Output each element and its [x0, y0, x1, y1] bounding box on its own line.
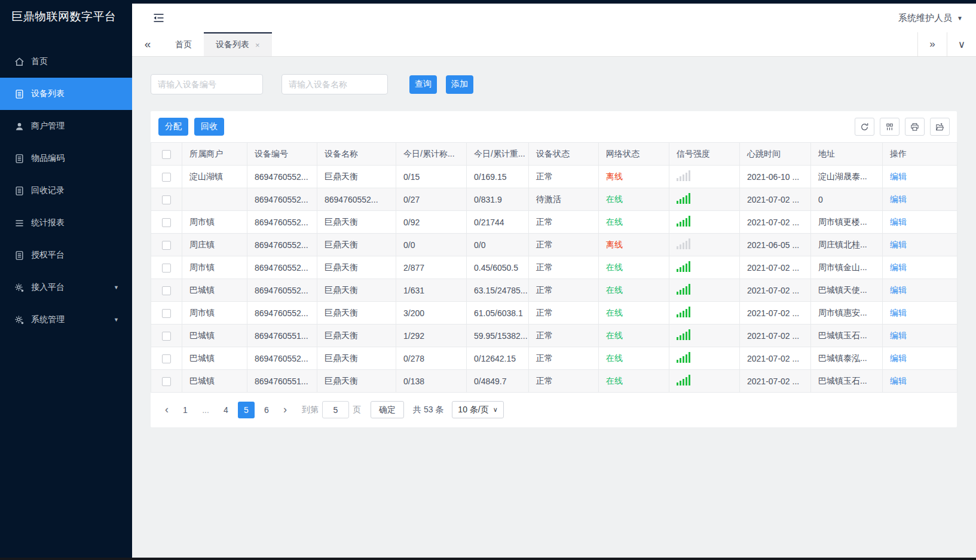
- prev-page-icon[interactable]: ‹: [158, 402, 175, 418]
- select-all-checkbox[interactable]: [162, 150, 171, 159]
- cell-device-no: 8694760551...: [247, 370, 317, 393]
- column-settings-icon[interactable]: [880, 118, 899, 136]
- cell-address: 巴城镇天使...: [811, 279, 883, 302]
- row-checkbox[interactable]: [162, 286, 171, 295]
- signal-strength-icon: [677, 352, 690, 363]
- item-code-icon: [14, 154, 25, 164]
- cell-today-weight: 0.45/6050.5: [467, 256, 529, 279]
- row-checkbox[interactable]: [162, 354, 171, 363]
- goto-confirm-button[interactable]: 确定: [371, 401, 404, 418]
- submenu-caret-icon: ▼: [114, 317, 119, 323]
- cell-device-status: 正常: [529, 211, 599, 234]
- row-checkbox[interactable]: [162, 264, 171, 273]
- cell-network-status: 在线: [599, 370, 669, 393]
- row-checkbox[interactable]: [162, 332, 171, 341]
- print-icon[interactable]: [905, 118, 925, 136]
- add-button[interactable]: 添加: [446, 75, 473, 94]
- tabs-scroll-right-icon[interactable]: »: [917, 32, 947, 56]
- column-header: 今日/累计称...: [396, 143, 467, 166]
- system-gear-icon: [14, 315, 25, 325]
- assign-button[interactable]: 分配: [158, 118, 188, 136]
- sidebar-item-授权平台[interactable]: 授权平台: [0, 239, 132, 271]
- table-row: 巴城镇 8694760551... 巨鼎天衡 0/138 0/4849.7 正常…: [151, 370, 957, 393]
- signal-strength-icon: [677, 284, 690, 295]
- edit-link[interactable]: 编辑: [890, 331, 907, 340]
- edit-link[interactable]: 编辑: [890, 217, 907, 227]
- tab-home[interactable]: 首页: [163, 32, 204, 56]
- menu-fold-icon[interactable]: [150, 10, 167, 26]
- page-content: 查询 添加 分配 回收: [132, 57, 976, 558]
- goto-page-label: 到第: [302, 405, 319, 415]
- tabs-menu-chevron-icon[interactable]: ∨: [947, 32, 976, 56]
- sidebar-item-物品编码[interactable]: 物品编码: [0, 142, 132, 175]
- page-size-select[interactable]: 10 条/页 ∨: [452, 401, 503, 418]
- user-name: 系统维护人员: [898, 13, 952, 24]
- cell-merchant: 巴城镇: [182, 347, 247, 370]
- cell-signal: [669, 211, 740, 234]
- sidebar-item-首页[interactable]: 首页: [0, 45, 132, 78]
- cell-today-weight: 0/4849.7: [467, 370, 529, 393]
- export-icon[interactable]: [930, 118, 950, 136]
- cell-device-status: 正常: [529, 302, 599, 325]
- cell-address: 周市镇惠安...: [811, 302, 883, 325]
- pagination: ‹ 1...456 › 到第 页 确定 共 53 条 10 条/页 ∨: [151, 393, 957, 427]
- cell-today-count: 0/15: [396, 166, 467, 188]
- tab-close-icon[interactable]: ×: [255, 41, 260, 50]
- goto-page-input[interactable]: [322, 401, 349, 418]
- cell-device-name: 巨鼎天衡: [317, 302, 396, 325]
- cell-today-weight: 0/21744: [467, 211, 529, 234]
- cell-today-weight: 0/12642.15: [467, 347, 529, 370]
- recycle-button[interactable]: 回收: [194, 118, 224, 136]
- row-checkbox[interactable]: [162, 173, 171, 182]
- query-button[interactable]: 查询: [409, 75, 437, 94]
- device-name-input[interactable]: [282, 74, 388, 94]
- cell-network-status: 在线: [599, 325, 669, 347]
- tabs-scroll-left-icon[interactable]: «: [132, 32, 163, 56]
- cell-address: 巴城镇泰泓...: [811, 347, 883, 370]
- tab-device-list[interactable]: 设备列表 ×: [204, 32, 272, 56]
- sidebar-item-接入平台[interactable]: 接入平台▼: [0, 271, 132, 304]
- cell-address: 周庄镇北桂...: [811, 234, 883, 256]
- tabbar-spacer: [272, 32, 917, 56]
- refresh-icon[interactable]: [855, 118, 874, 136]
- edit-link[interactable]: 编辑: [890, 240, 907, 249]
- row-checkbox[interactable]: [162, 195, 171, 204]
- device-no-input[interactable]: [151, 74, 263, 94]
- edit-link[interactable]: 编辑: [890, 262, 907, 272]
- edit-link[interactable]: 编辑: [890, 172, 907, 181]
- column-header: 地址: [811, 143, 883, 166]
- row-checkbox[interactable]: [162, 309, 171, 318]
- cell-signal: [669, 234, 740, 256]
- top-header: 系统维护人员 ▼: [132, 4, 976, 32]
- cell-today-count: 0/278: [396, 347, 467, 370]
- page-number-5[interactable]: 5: [238, 402, 255, 418]
- next-page-icon[interactable]: ›: [277, 402, 293, 418]
- edit-link[interactable]: 编辑: [890, 285, 907, 295]
- cell-heartbeat: 2021-07-02 ...: [740, 279, 811, 302]
- cell-signal: [669, 166, 740, 188]
- edit-link[interactable]: 编辑: [890, 194, 907, 204]
- page-number-1[interactable]: 1: [177, 402, 194, 418]
- cell-device-name: 巨鼎天衡: [317, 370, 396, 393]
- row-checkbox[interactable]: [162, 218, 171, 227]
- user-menu[interactable]: 系统维护人员 ▼: [898, 13, 963, 24]
- row-checkbox[interactable]: [162, 241, 171, 250]
- sidebar-item-系统管理[interactable]: 系统管理▼: [0, 304, 132, 336]
- row-checkbox[interactable]: [162, 377, 171, 386]
- sidebar-item-回收记录[interactable]: 回收记录: [0, 175, 132, 207]
- cell-today-weight: 61.05/6038.1: [467, 302, 529, 325]
- sidebar-item-商户管理[interactable]: 商户管理: [0, 110, 132, 142]
- tab-bar: « 首页 设备列表 × » ∨: [132, 32, 976, 57]
- page-number-4[interactable]: 4: [218, 402, 234, 418]
- sidebar-item-统计报表[interactable]: 统计报表: [0, 207, 132, 239]
- sidebar-item-设备列表[interactable]: 设备列表: [0, 78, 132, 110]
- cell-device-name: 巨鼎天衡: [317, 347, 396, 370]
- page-unit-label: 页: [353, 405, 361, 415]
- signal-strength-icon: [677, 193, 690, 204]
- edit-link[interactable]: 编辑: [890, 376, 907, 385]
- page-number-6[interactable]: 6: [258, 402, 275, 418]
- cell-merchant: 周市镇: [182, 302, 247, 325]
- edit-link[interactable]: 编辑: [890, 353, 907, 363]
- cell-merchant: 巴城镇: [182, 370, 247, 393]
- edit-link[interactable]: 编辑: [890, 308, 907, 317]
